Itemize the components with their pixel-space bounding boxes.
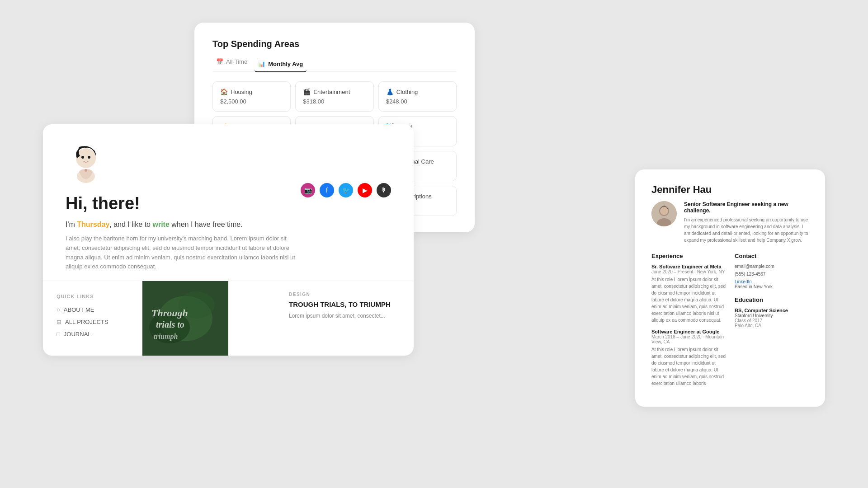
svg-point-3 [88,156,90,159]
avatar [651,201,677,226]
post-title: TROUGH TRIALS, TO TRIUMPH [289,300,403,308]
category-name: Clothing [396,89,418,95]
blog-top: Hi, there! I'm Thursday, and I like to w… [43,124,414,272]
profile-desc: I'm an experienced professional seeking … [684,216,809,244]
resume-header: Jennifer Hau Senior Software Engineer se… [651,184,809,244]
calendar-icon: 📅 [216,58,223,65]
exp-item-1: Software Engineer at Google March 2018 –… [651,329,726,387]
contact-phone: (555) 123-4567 [735,272,809,277]
contact-title: Contact [735,253,809,259]
resume-name: Jennifer Hau [651,184,809,196]
spending-item-1: 🎬 Entertainment $318.00 [295,81,373,112]
category-amount: $248.00 [386,98,449,105]
category-icon: 👗 [386,88,394,95]
twitter-icon[interactable]: 🐦 [339,183,353,197]
profile-info: Senior Software Engineer seeking a new c… [684,201,809,244]
category-amount: $318.00 [303,98,366,105]
category-name: Housing [231,89,252,95]
svg-text:trials to: trials to [156,319,184,329]
svg-point-0 [76,148,96,168]
podcast-icon[interactable]: 🎙 [377,183,391,197]
category-icon: 🏠 [220,88,228,95]
spending-item-0: 🏠 Housing $2,500.00 [212,81,291,112]
svg-text:Through: Through [151,307,188,319]
svg-text:triumph: triumph [154,333,178,341]
svg-point-2 [81,156,84,159]
quick-links-section: QUICK LINKS ○ ABOUT ME ⊞ ALL PROJECTS □ … [43,281,142,356]
blog-description: I also play the baritone horn for my uni… [66,234,301,272]
contact-location: Based in New York [735,284,809,289]
blog-card: Hi, there! I'm Thursday, and I like to w… [43,124,414,356]
category-name: Entertainment [313,89,350,95]
post-description: Lorem ipsum dolor sit amet, consectet... [289,312,403,320]
tab-all-time[interactable]: 📅 All-Time [212,56,251,67]
profile-title: Senior Software Engineer seeking a new c… [684,201,809,214]
svg-point-4 [85,169,87,172]
blog-bottom: QUICK LINKS ○ ABOUT ME ⊞ ALL PROJECTS □ … [43,281,414,356]
edu-school: Stanford University [735,313,809,318]
grid-icon: ⊞ [57,319,61,325]
spending-tabs: 📅 All-Time 📊 Monthly Avg [212,56,457,72]
spending-item-2: 👗 Clothing $248.00 [378,81,457,112]
instagram-icon[interactable]: 📷 [301,183,315,197]
category-amount: $2,500.00 [220,98,283,105]
tab-monthly-avg[interactable]: 📊 Monthly Avg [255,56,307,72]
exp-item-0: Sr. Software Engineer at Meta June 2020 … [651,264,726,324]
blog-post-info: DESIGN TROUGH TRIALS, TO TRIUMPH Lorem i… [278,281,414,356]
education-section: Education BS, Computer Science Stanford … [735,296,809,328]
avatar [66,142,106,183]
contact-linkedin[interactable]: LinkedIn [735,279,809,284]
person-icon: ○ [57,306,60,313]
edu-degree: BS, Computer Science [735,308,809,313]
resume-card: Jennifer Hau Senior Software Engineer se… [635,169,825,407]
edu-location: Palo Alto, CA [735,323,809,328]
education-title: Education [735,296,809,303]
resume-right-column: Contact email@sample.com (555) 123-4567 … [735,253,809,392]
book-icon: □ [57,331,60,338]
spending-title: Top Spending Areas [212,39,457,49]
experience-section: Experience Sr. Software Engineer at Meta… [651,253,726,392]
experience-title: Experience [651,253,726,259]
contact-section: Contact email@sample.com (555) 123-4567 … [735,253,809,289]
facebook-icon[interactable]: f [320,183,334,197]
link-journal[interactable]: □ JOURNAL [57,331,128,338]
edu-class: Class of 2017 [735,318,809,323]
blog-post-image: Through trials to triumph [142,281,228,356]
bar-chart-icon: 📊 [258,61,265,67]
link-about-me[interactable]: ○ ABOUT ME [57,306,128,313]
blog-intro: I'm Thursday, and I like to write when I… [66,221,391,229]
quick-links-title: QUICK LINKS [57,294,128,299]
contact-email: email@sample.com [735,264,809,269]
post-tag: DESIGN [289,292,403,297]
social-icons: 📷 f 🐦 ▶ 🎙 [301,183,391,197]
resume-profile: Senior Software Engineer seeking a new c… [651,201,809,244]
youtube-icon[interactable]: ▶ [358,183,372,197]
svg-point-15 [660,207,668,215]
category-icon: 🎬 [303,88,311,95]
resume-body: Experience Sr. Software Engineer at Meta… [651,253,809,392]
link-all-projects[interactable]: ⊞ ALL PROJECTS [57,319,128,325]
